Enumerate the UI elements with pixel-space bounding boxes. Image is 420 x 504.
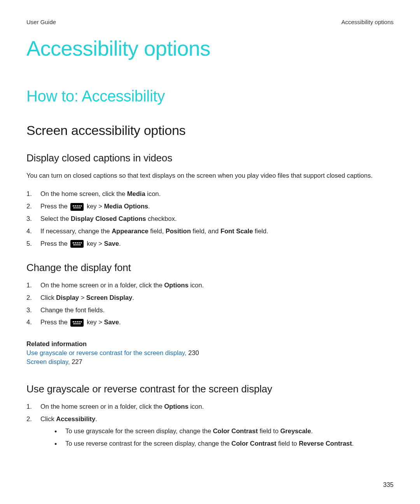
topic-title-closed-captions: Display closed captions in videos	[26, 152, 394, 164]
header-right: Accessibility options	[341, 19, 394, 25]
step: Click Display > Screen Display.	[26, 293, 394, 303]
step: Press the key > Save.	[26, 318, 394, 327]
topic-title-grayscale: Use grayscale or reverse contrast for th…	[26, 383, 394, 395]
related-link-screen-display[interactable]: Screen display,	[26, 358, 70, 365]
step: If necessary, change the Appearance fiel…	[26, 227, 394, 236]
related-information: Related information Use grayscale or rev…	[26, 340, 394, 366]
topic-intro: You can turn on closed captions so that …	[26, 171, 394, 180]
bullet: To use grayscale for the screen display,…	[54, 427, 394, 436]
related-link-grayscale[interactable]: Use grayscale or reverse contrast for th…	[26, 349, 186, 356]
step: On the home screen, click the Media icon…	[26, 189, 394, 199]
related-link-row: Use grayscale or reverse contrast for th…	[26, 348, 394, 357]
bullet: To use reverse contrast for the screen d…	[54, 439, 394, 448]
sub-bullets: To use grayscale for the screen display,…	[54, 427, 394, 448]
subsection-heading: Screen accessibility options	[26, 123, 394, 138]
header-left: User Guide	[26, 19, 56, 25]
page-title: Accessibility options	[26, 36, 394, 60]
blackberry-key-icon	[70, 203, 84, 211]
step: On the home screen or in a folder, click…	[26, 281, 394, 290]
steps-closed-captions: On the home screen, click the Media icon…	[26, 189, 394, 248]
step: Press the key > Save.	[26, 239, 394, 248]
related-heading: Related information	[26, 340, 394, 348]
steps-display-font: On the home screen or in a folder, click…	[26, 281, 394, 327]
step: Click Accessibility. To use grayscale fo…	[26, 415, 394, 449]
blackberry-key-icon	[70, 319, 84, 327]
step: On the home screen or in a folder, click…	[26, 402, 394, 411]
step: Press the key > Media Options.	[26, 202, 394, 211]
related-link-row: Screen display, 227	[26, 357, 394, 366]
topic-title-display-font: Change the display font	[26, 262, 394, 274]
step: Select the Display Closed Captions check…	[26, 214, 394, 224]
page-header: User Guide Accessibility options	[26, 19, 394, 25]
step: Change the font fields.	[26, 306, 394, 315]
blackberry-key-icon	[70, 240, 84, 248]
page-number: 335	[383, 481, 394, 488]
section-heading: How to: Accessibility	[26, 88, 394, 105]
steps-grayscale: On the home screen or in a folder, click…	[26, 402, 394, 449]
